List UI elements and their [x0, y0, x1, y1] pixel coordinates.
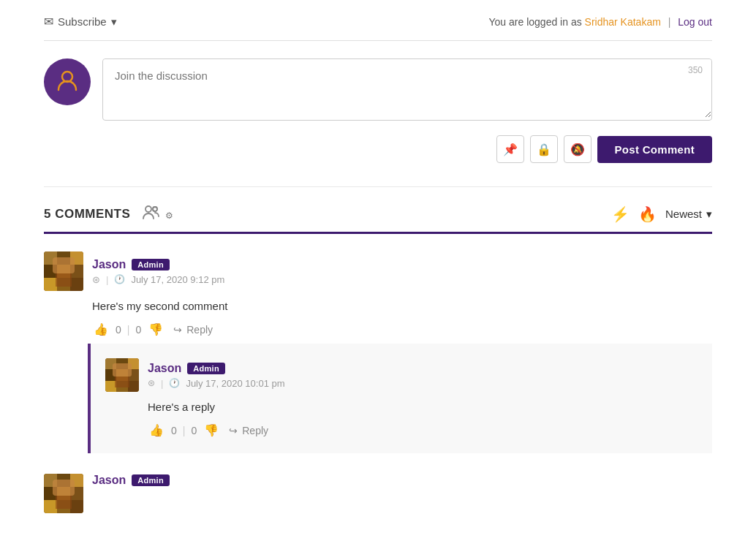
comment-actions: 👍 0 | 0 👎 ↪ Reply	[44, 321, 712, 338]
comments-header-left: 5 COMMENTS ⚙	[44, 205, 173, 223]
upvote-button[interactable]: 👍	[92, 321, 110, 338]
reply-meta-top: Jason Admin	[148, 362, 285, 375]
comment-avatar	[44, 251, 83, 291]
svg-rect-26	[113, 363, 132, 377]
reply-author-name: Jason	[148, 362, 181, 375]
comment-meta: Jason Admin ⊛ | 🕐 July 17, 2020 9:12 pm	[92, 258, 224, 285]
comment-textarea[interactable]	[103, 59, 711, 118]
chevron-down-icon: ▾	[111, 15, 117, 29]
comment-author-row: Jason Admin ⊛ | 🕐 July 17, 2020 9:12 pm	[44, 251, 712, 291]
reply-clock-icon: 🕐	[169, 378, 180, 388]
svg-point-3	[153, 207, 157, 211]
comment2-admin-badge: Admin	[132, 474, 170, 486]
svg-rect-37	[70, 500, 83, 513]
reply-timestamp: July 17, 2020 10:01 pm	[186, 378, 284, 389]
login-prefix: You are logged in as	[489, 16, 582, 28]
comment2-avatar	[44, 474, 83, 513]
comment-textarea-wrapper: 350	[102, 58, 712, 121]
comments-header: 5 COMMENTS ⚙ ⚡ 🔥 Newest ▾	[44, 205, 712, 234]
bell-off-icon: 🔕	[570, 143, 585, 156]
subscribe-button[interactable]: ✉ Subscribe ▾	[44, 15, 117, 29]
lock-icon: 🔒	[537, 143, 551, 156]
reply-arrow-icon: ↪	[173, 324, 182, 336]
comment2-meta-area: Jason Admin	[92, 474, 170, 487]
comment2-author-name: Jason	[92, 474, 126, 487]
vote-separator: |	[127, 324, 130, 336]
svg-rect-25	[128, 381, 139, 392]
reply-vote-separator: |	[183, 425, 186, 436]
comments-count: 5 COMMENTS	[44, 207, 130, 222]
reply-downvote-count: 0	[191, 425, 197, 436]
comment-card: Jason Admin ⊛ | 🕐 July 17, 2020 9:12 pm …	[44, 251, 712, 453]
comments-header-right: ⚡ 🔥 Newest ▾	[611, 205, 712, 223]
reply-body: Here's a reply	[105, 401, 698, 413]
current-user-avatar	[44, 58, 91, 105]
svg-rect-14	[53, 257, 75, 273]
section-divider	[44, 186, 712, 187]
comment-input-area: 350	[44, 58, 712, 121]
reply-button[interactable]: ↪ Reply	[173, 324, 213, 336]
reply-rss-icon: ⊛	[148, 378, 155, 388]
login-status: You are logged in as Sridhar Katakam | L…	[489, 16, 712, 28]
reply-reply-label: Reply	[242, 425, 268, 436]
reply-reply-button[interactable]: ↪ Reply	[229, 425, 268, 436]
svg-rect-23	[105, 381, 116, 392]
rss-icon: ⊛	[92, 274, 100, 285]
bolt-icon[interactable]: ⚡	[611, 205, 630, 223]
reply-meta: Jason Admin ⊛ | 🕐 July 17, 2020 10:01 pm	[148, 362, 285, 389]
comment-meta-top: Jason Admin	[92, 258, 224, 271]
comment-card-bottom: Jason Admin	[44, 474, 712, 513]
user-avatar-icon	[56, 68, 79, 97]
reply-avatar	[105, 358, 139, 392]
reply-meta-bottom: ⊛ | 🕐 July 17, 2020 10:01 pm	[148, 378, 285, 389]
upvote-count: 0	[116, 324, 121, 336]
reply-admin-badge: Admin	[187, 363, 225, 374]
svg-point-1	[145, 206, 151, 212]
separator: |	[668, 16, 674, 28]
comment-author-name: Jason	[92, 258, 126, 271]
reply-author-row: Jason Admin ⊛ | 🕐 July 17, 2020 10:01 pm	[105, 358, 698, 392]
svg-rect-13	[70, 278, 83, 291]
comment2-author-row: Jason Admin	[92, 474, 170, 487]
svg-rect-15	[56, 273, 72, 287]
comment-timestamp: July 17, 2020 9:12 pm	[131, 274, 224, 285]
username-display: Sridhar Katakam	[585, 16, 661, 28]
admin-badge: Admin	[132, 259, 170, 270]
logout-link[interactable]: Log out	[678, 16, 712, 28]
community-icon[interactable]: ⚙	[142, 205, 173, 223]
svg-rect-27	[115, 377, 129, 387]
downvote-button[interactable]: 👎	[147, 321, 165, 338]
reply-container: Jason Admin ⊛ | 🕐 July 17, 2020 10:01 pm…	[88, 344, 712, 453]
lock-button[interactable]: 🔒	[530, 135, 558, 163]
downvote-count: 0	[135, 324, 141, 336]
reply-label: Reply	[186, 324, 213, 336]
post-comment-button[interactable]: Post Comment	[597, 136, 712, 163]
separator-dot: |	[106, 274, 108, 285]
top-bar: ✉ Subscribe ▾ You are logged in as Sridh…	[44, 15, 712, 41]
comment-toolbar: 📌 🔒 🔕 Post Comment	[44, 135, 712, 163]
sort-label: Newest	[665, 208, 702, 220]
svg-rect-39	[56, 496, 72, 509]
comment-body: Here's my second comment	[44, 300, 712, 312]
clock-icon: 🕐	[114, 274, 125, 284]
subscribe-label: Subscribe	[58, 15, 107, 28]
char-count: 350	[688, 65, 703, 75]
svg-rect-35	[44, 500, 57, 513]
mute-button[interactable]: 🔕	[564, 135, 591, 163]
pin-icon: 📌	[503, 143, 518, 156]
reply-separator: |	[161, 378, 163, 389]
fire-icon[interactable]: 🔥	[638, 205, 657, 223]
reply-actions: 👍 0 | 0 👎 ↪ Reply	[105, 422, 698, 439]
reply-downvote-button[interactable]: 👎	[203, 422, 220, 439]
svg-rect-38	[53, 480, 75, 496]
sort-dropdown[interactable]: Newest ▾	[665, 208, 712, 221]
sort-chevron-icon: ▾	[706, 208, 712, 221]
reply-reply-arrow-icon: ↪	[229, 425, 238, 436]
pin-button[interactable]: 📌	[496, 135, 524, 163]
envelope-icon: ✉	[44, 15, 53, 29]
reply-upvote-count: 0	[171, 425, 177, 436]
comment-meta-bottom: ⊛ | 🕐 July 17, 2020 9:12 pm	[92, 274, 224, 285]
reply-upvote-button[interactable]: 👍	[148, 422, 165, 439]
svg-rect-11	[44, 278, 57, 291]
